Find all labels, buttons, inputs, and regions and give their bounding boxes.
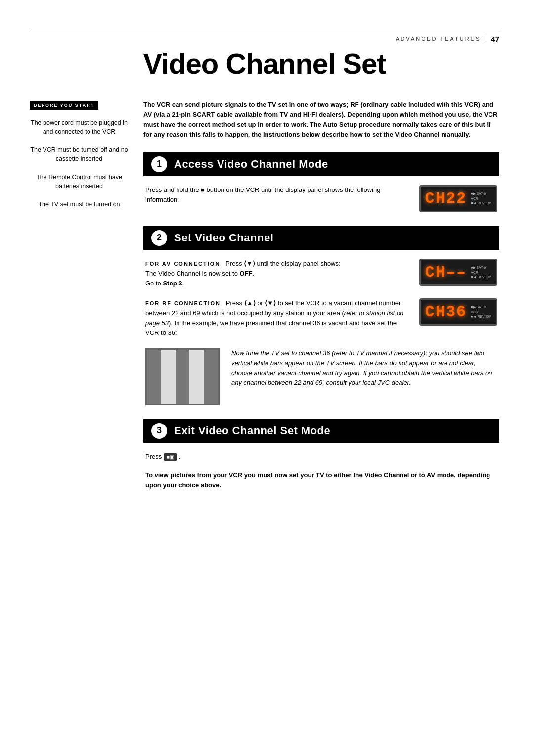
tv-bar-4 (189, 350, 204, 404)
step2-av-text: FOR AV CONNECTION Press ⟨▼⟩ until the di… (145, 259, 406, 288)
step2-av-display-wrapper: CH–– ■▶ SAT⊕ VCR ■◄ REVIEW (414, 259, 497, 286)
step1-text: Press and hold the ■ button on the VCR u… (145, 185, 404, 205)
tv-screen-image (145, 348, 220, 405)
step1-lcd: CH22 (425, 189, 467, 208)
step2-rf-display-wrapper: CH36 ■▶ SAT⊕ VCR ■◄ REVIEW (414, 298, 497, 326)
tv-bar-5 (204, 350, 218, 404)
header-divider (486, 34, 486, 43)
step2-av-lcd: CH–– (425, 263, 467, 282)
step2-rf-indicators: ■▶ SAT⊕ VCR ■◄ REVIEW (471, 305, 491, 318)
step3-press: Press ■▣ . (145, 452, 497, 462)
step2-av-ind3: ■◄ REVIEW (471, 275, 491, 279)
step1-section: 1 Access Video Channel Mode Press and ho… (143, 152, 499, 212)
final-note: To view pictures from your VCR you must … (145, 471, 497, 490)
sidebar-item-2: The VCR must be turned off and no casset… (30, 146, 129, 163)
step2-av-ind2: VCR (471, 271, 491, 274)
sidebar: BEFORE YOU START The power cord must be … (30, 100, 129, 505)
intro-text: The VCR can send picture signals to the … (143, 100, 499, 140)
step3-title: Exit Video Channel Set Mode (174, 425, 330, 437)
step1-title: Access Video Channel Mode (174, 158, 328, 171)
tv-bar-2 (161, 350, 176, 404)
step2-rf-display: CH36 ■▶ SAT⊕ VCR ■◄ REVIEW (419, 298, 497, 326)
step2-section: 2 Set Video Channel FOR AV CONNECTION Pr… (143, 226, 499, 405)
step2-rf-content: FOR RF CONNECTION Press ⟨▲⟩ or ⟨▼⟩ to se… (145, 298, 497, 338)
step3-button: ■▣ (164, 453, 177, 461)
step2-rf-ind1: ■▶ SAT⊕ (471, 305, 491, 309)
step2-rf-text: FOR RF CONNECTION Press ⟨▲⟩ or ⟨▼⟩ to se… (145, 298, 406, 338)
step1-indicators: ■▶ SAT⊕ VCR ■◄ REVIEW (471, 192, 491, 205)
step1-display-wrapper: CH22 ■▶ SAT⊕ VCR ■◄ REVIEW (414, 185, 497, 212)
tv-tune-text: Now tune the TV set to channel 36 (refer… (231, 348, 497, 388)
sidebar-item-1: The power cord must be plugged in and co… (30, 119, 129, 136)
sidebar-item-4: The TV set must be turned on (30, 200, 129, 209)
step3-section: 3 Exit Video Channel Set Mode Press ■▣ .… (143, 419, 499, 491)
step1-body: Press and hold the ■ button on the VCR u… (143, 185, 499, 212)
tv-bar-1 (147, 350, 161, 404)
av-connection-label: FOR AV CONNECTION (145, 261, 220, 267)
rf-connection-label: FOR RF CONNECTION (145, 300, 221, 306)
step1-display: CH22 ■▶ SAT⊕ VCR ■◄ REVIEW (419, 185, 497, 212)
step2-av-ind1: ■▶ SAT⊕ (471, 266, 491, 270)
page-number: 47 (491, 35, 499, 43)
step3-content: Press ■▣ . To view pictures from your VC… (145, 452, 497, 491)
step2-title: Set Video Channel (174, 232, 273, 244)
step2-header: 2 Set Video Channel (143, 226, 499, 250)
page-header: ADVANCED FEATURES 47 (30, 30, 499, 43)
step1-ind1: ■▶ SAT⊕ (471, 192, 491, 196)
step1-ind3: ■◄ REVIEW (471, 201, 491, 205)
step1-header: 1 Access Video Channel Mode (143, 152, 499, 176)
step2-rf-ind2: VCR (471, 310, 491, 314)
before-you-start-label: BEFORE YOU START (30, 101, 98, 110)
step2-av-subsection: FOR AV CONNECTION Press ⟨▼⟩ until the di… (145, 259, 497, 288)
step2-av-display: CH–– ■▶ SAT⊕ VCR ■◄ REVIEW (419, 259, 497, 286)
step3-body: Press ■▣ . To view pictures from your VC… (143, 452, 499, 491)
main-layout: BEFORE YOU START The power cord must be … (30, 100, 499, 505)
section-label: ADVANCED FEATURES (396, 36, 481, 42)
step2-number: 2 (151, 230, 167, 246)
step1-number: 1 (151, 156, 167, 172)
step2-av-indicators: ■▶ SAT⊕ VCR ■◄ REVIEW (471, 266, 491, 279)
step1-ind2: VCR (471, 197, 491, 200)
tv-bar-3 (176, 350, 190, 404)
main-content: The VCR can send picture signals to the … (143, 100, 499, 505)
step2-rf-subsection: FOR RF CONNECTION Press ⟨▲⟩ or ⟨▼⟩ to se… (145, 298, 497, 338)
step2-rf-lcd: CH36 (425, 303, 467, 321)
tv-screen-container: Now tune the TV set to channel 36 (refer… (145, 348, 497, 405)
step2-body: FOR AV CONNECTION Press ⟨▼⟩ until the di… (143, 259, 499, 405)
page-title: Video Channel Set (30, 47, 499, 80)
sidebar-item-3: The Remote Control must have batteries i… (30, 173, 129, 190)
page-container: ADVANCED FEATURES 47 Video Channel Set B… (0, 0, 534, 756)
step1-content: Press and hold the ■ button on the VCR u… (145, 185, 497, 212)
step2-av-content: FOR AV CONNECTION Press ⟨▼⟩ until the di… (145, 259, 497, 288)
step2-rf-ind3: ■◄ REVIEW (471, 315, 491, 318)
step3-header: 3 Exit Video Channel Set Mode (143, 419, 499, 443)
step3-number: 3 (151, 423, 167, 439)
